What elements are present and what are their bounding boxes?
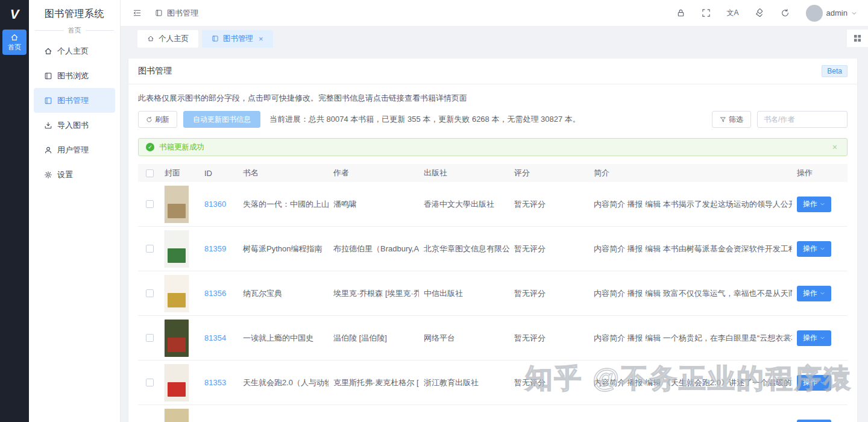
book-cover xyxy=(165,364,189,402)
book-publisher-cell[interactable]: 香港中文大學出版社 xyxy=(419,199,509,210)
cover-accent xyxy=(168,204,186,218)
column-header-intro: 简介 xyxy=(589,168,792,178)
sidebar-item-book-browse[interactable]: 图书浏览 xyxy=(29,63,120,88)
book-title-cell[interactable]: 纳瓦尔宝典 xyxy=(238,288,329,299)
book-cover xyxy=(165,320,189,357)
chevron-down-icon xyxy=(851,10,857,16)
book-title-cell[interactable]: 一读就上瘾的中国史 xyxy=(238,333,329,344)
user-icon xyxy=(44,146,52,154)
row-action-label: 操作 xyxy=(803,244,817,254)
breadcrumb[interactable]: 图书管理 xyxy=(155,8,198,19)
translate-icon[interactable]: 文A xyxy=(727,8,739,18)
column-header-author: 作者 xyxy=(329,168,419,178)
column-header-cover: 封面 xyxy=(160,168,200,178)
row-checkbox[interactable] xyxy=(146,245,154,253)
auto-update-button[interactable]: 自动更新图书信息 xyxy=(183,111,260,128)
column-header-publisher: 出版社 xyxy=(419,168,509,178)
book-title-cell[interactable]: 树莓派Python编程指南 xyxy=(238,244,329,254)
book-author-cell[interactable]: 潘鸣啸 xyxy=(329,199,419,210)
sidebar-divider: 首页 xyxy=(35,26,114,35)
book-publisher-cell[interactable]: 网络平台 xyxy=(419,333,509,344)
book-icon xyxy=(44,96,52,105)
book-intro-cell[interactable]: 内容简介 播报 编辑 一个杨贵妃，在李白眼里是“云想衣裳花想容，看 xyxy=(589,333,792,344)
fullscreen-icon[interactable] xyxy=(702,8,711,17)
sidebar-item-label: 导入图书 xyxy=(57,120,89,131)
table-description: 此表格仅展示图书的部分字段，点击即可快捷修改。完整图书信息请点击链接查看书籍详情… xyxy=(138,93,848,104)
row-action-label: 操作 xyxy=(803,199,817,209)
table-body: 81360 失落的一代：中國的上山下乡 潘鸣啸 香港中文大學出版社 暂无评分 内… xyxy=(138,182,848,422)
book-intro-cell[interactable]: 内容简介 播报 编辑 致富不仅仅靠运气，幸福也不是从天而降的。积累 xyxy=(589,288,792,299)
app-root: V 首页 图书管理系统 首页 个人主页 图书浏览 图书管理 导入图书 xyxy=(0,0,868,422)
tab-book-manage[interactable]: 图书管理 × xyxy=(202,30,273,48)
theme-icon[interactable] xyxy=(755,8,764,17)
sidebar-item-book-manage[interactable]: 图书管理 xyxy=(34,88,115,113)
row-action-button[interactable]: 操作 xyxy=(797,330,831,346)
column-header-action: 操作 xyxy=(792,168,848,178)
book-publisher-cell[interactable]: 北京华章图文信息有限公司 xyxy=(419,244,509,254)
tab-close-icon[interactable]: × xyxy=(259,35,263,43)
book-id-link[interactable]: 81360 xyxy=(204,200,226,209)
row-action-button[interactable]: 操作 xyxy=(797,286,831,301)
grid-icon xyxy=(854,34,861,42)
book-author-cell[interactable]: 布拉德伯里（Bradbury,A.） xyxy=(329,244,419,254)
cover-accent xyxy=(168,382,186,397)
book-rating-cell: 暂无评分 xyxy=(509,377,589,388)
check-circle-icon: ✓ xyxy=(146,143,154,151)
avatar xyxy=(806,5,823,22)
row-checkbox[interactable] xyxy=(146,379,154,386)
book-icon xyxy=(212,35,219,42)
row-action-button[interactable]: 操作 xyxy=(797,375,831,391)
book-id-link[interactable]: 81353 xyxy=(204,378,226,387)
main-area: 图书管理 文A admin xyxy=(121,0,868,422)
user-menu[interactable]: admin xyxy=(806,5,857,22)
rail-sidebar: V 首页 xyxy=(0,0,29,422)
row-action-button[interactable]: 操作 xyxy=(797,241,831,257)
search-input[interactable] xyxy=(757,111,848,128)
refresh-button-label: 刷新 xyxy=(155,115,169,125)
tab-profile[interactable]: 个人主页 xyxy=(137,30,198,48)
rail-item-home[interactable]: 首页 xyxy=(2,30,27,55)
book-title-cell[interactable]: 天生就会跑2.0（人与动物在奔跑中的治愈） xyxy=(238,377,329,388)
book-intro-cell[interactable]: 内容简介 播报 编辑 《天生就会跑2.0》讲述了一个温暖的故事，驴兄 xyxy=(589,377,792,388)
book-title-cell[interactable]: 失落的一代：中國的上山下乡 xyxy=(238,199,329,210)
book-id-link[interactable]: 81356 xyxy=(204,289,226,298)
book-intro-cell[interactable]: 内容简介 播报 编辑 本书揭示了发起这场运动的领导人公开或隐蔽的动机 xyxy=(589,199,792,210)
row-action-button[interactable]: 操作 xyxy=(797,420,831,422)
row-action-button[interactable]: 操作 xyxy=(797,197,831,212)
sidebar-item-label: 图书管理 xyxy=(57,95,89,106)
book-rating-cell: 暂无评分 xyxy=(509,288,589,299)
filter-button[interactable]: 筛选 xyxy=(712,111,751,128)
sidebar-item-import-books[interactable]: 导入图书 xyxy=(29,113,120,137)
lock-icon[interactable] xyxy=(676,8,685,17)
book-id-link[interactable]: 81359 xyxy=(204,244,226,253)
book-publisher-cell[interactable]: 中信出版社 xyxy=(419,288,509,299)
sidebar-item-user-manage[interactable]: 用户管理 xyxy=(29,137,120,162)
tab-options-button[interactable] xyxy=(846,30,868,47)
sidebar-item-profile[interactable]: 个人主页 xyxy=(29,39,120,63)
sidebar-item-settings[interactable]: 设置 xyxy=(29,162,120,187)
book-author-cell[interactable]: 埃里克·乔根森 [埃里克·乔根森] xyxy=(329,288,419,299)
auto-update-button-label: 自动更新图书信息 xyxy=(193,115,251,125)
book-author-cell[interactable]: 克里斯托弗·麦克杜格尔 [克里斯托弗] xyxy=(329,377,419,388)
row-checkbox[interactable] xyxy=(146,334,154,342)
refresh-icon[interactable] xyxy=(781,8,790,17)
sidebar-fold-icon[interactable] xyxy=(133,8,142,17)
row-checkbox[interactable] xyxy=(146,200,154,208)
select-all-checkbox[interactable] xyxy=(146,169,154,177)
book-intro-cell[interactable]: 内容简介 播报 编辑 本书由树莓派基金会资深软件开发工程师亲笔撰写 xyxy=(589,244,792,254)
tab-strip: 个人主页 图书管理 × xyxy=(121,27,868,51)
beta-badge: Beta xyxy=(822,65,848,77)
book-publisher-cell[interactable]: 浙江教育出版社 xyxy=(419,377,509,388)
rail-item-label: 首页 xyxy=(8,43,21,52)
book-id-link[interactable]: 81354 xyxy=(204,333,226,342)
funnel-icon xyxy=(720,116,726,123)
table-row: 81353 天生就会跑2.0（人与动物在奔跑中的治愈） 克里斯托弗·麦克杜格尔 … xyxy=(138,361,848,405)
books-table: 封面 ID 书名 作者 出版社 评分 简介 操作 81360 失落的一代：中國的… xyxy=(138,164,848,422)
book-author-cell[interactable]: 温伯陵 [温伯陵] xyxy=(329,333,419,344)
refresh-button[interactable]: 刷新 xyxy=(138,111,177,128)
chevron-down-icon xyxy=(820,246,825,251)
alert-close-icon[interactable]: × xyxy=(830,142,840,152)
cover-accent xyxy=(168,338,186,352)
row-checkbox[interactable] xyxy=(146,289,154,297)
book-cover xyxy=(165,230,189,268)
